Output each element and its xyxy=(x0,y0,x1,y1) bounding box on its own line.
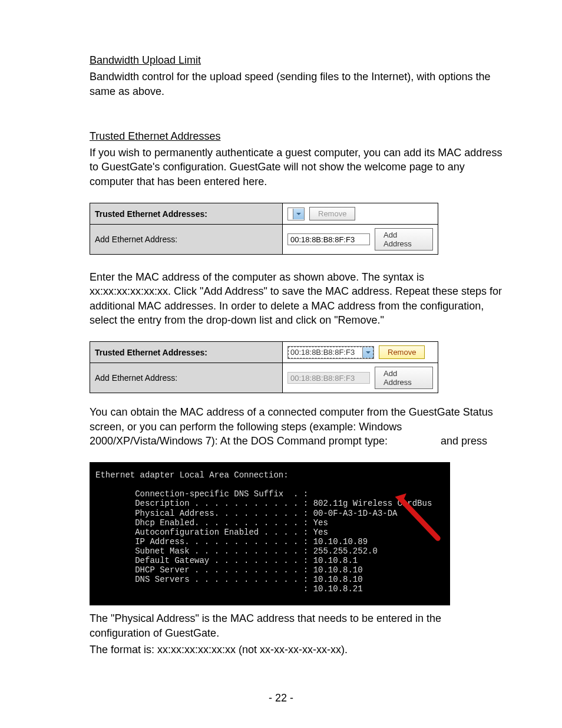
arrow-icon xyxy=(391,492,444,545)
table-row: Add Ethernet Address: Add Address xyxy=(90,225,438,255)
text-format: The format is: xx:xx:xx:xx:xx:xx (not xx… xyxy=(90,643,503,657)
terminal-output: Ethernet adapter Local Area Connection: … xyxy=(90,462,450,605)
add-address-input[interactable] xyxy=(287,372,370,384)
add-address-button[interactable]: Add Address xyxy=(375,367,433,389)
trusted-addresses-dropdown[interactable] xyxy=(287,207,305,220)
table-row: Trusted Ethernet Addresses: Remove xyxy=(90,203,438,225)
trusted-addresses-dropdown[interactable]: 00:18:8B:B8:8F:F3 xyxy=(287,346,374,359)
label-trusted-addresses: Trusted Ethernet Addresses: xyxy=(90,203,283,225)
text-obtain-mac: You can obtain the MAC address of a conn… xyxy=(90,405,503,448)
svg-line-1 xyxy=(401,499,438,539)
text-physical-address: The "Physical Address" is the MAC addres… xyxy=(90,611,503,640)
page-number: - 22 - xyxy=(0,692,562,704)
table-row: Add Ethernet Address: Add Address xyxy=(90,363,438,393)
label-add-address: Add Ethernet Address: xyxy=(90,363,283,393)
add-address-button[interactable]: Add Address xyxy=(375,228,433,251)
add-address-input[interactable] xyxy=(287,233,370,245)
trusted-ethernet-table-1: Trusted Ethernet Addresses: Remove Add E… xyxy=(90,203,438,255)
trusted-ethernet-table-2: Trusted Ethernet Addresses: 00:18:8B:B8:… xyxy=(90,341,438,393)
chevron-down-icon xyxy=(293,209,304,219)
label-add-address: Add Ethernet Address: xyxy=(90,225,283,255)
label-trusted-addresses: Trusted Ethernet Addresses: xyxy=(90,342,283,363)
text-bandwidth-upload: Bandwidth control for the upload speed (… xyxy=(90,70,503,98)
heading-bandwidth-upload: Bandwidth Upload Limit xyxy=(90,54,201,66)
text-enter-mac: Enter the MAC address of the computer as… xyxy=(90,270,503,327)
heading-trusted-ethernet: Trusted Ethernet Addresses xyxy=(90,130,220,142)
table-row: Trusted Ethernet Addresses: 00:18:8B:B8:… xyxy=(90,342,438,363)
chevron-down-icon xyxy=(362,347,373,358)
svg-marker-0 xyxy=(395,494,406,503)
remove-button[interactable]: Remove xyxy=(309,207,355,220)
remove-button[interactable]: Remove xyxy=(379,345,425,359)
text-trusted-ethernet: If you wish to permanently authenticate … xyxy=(90,146,503,189)
